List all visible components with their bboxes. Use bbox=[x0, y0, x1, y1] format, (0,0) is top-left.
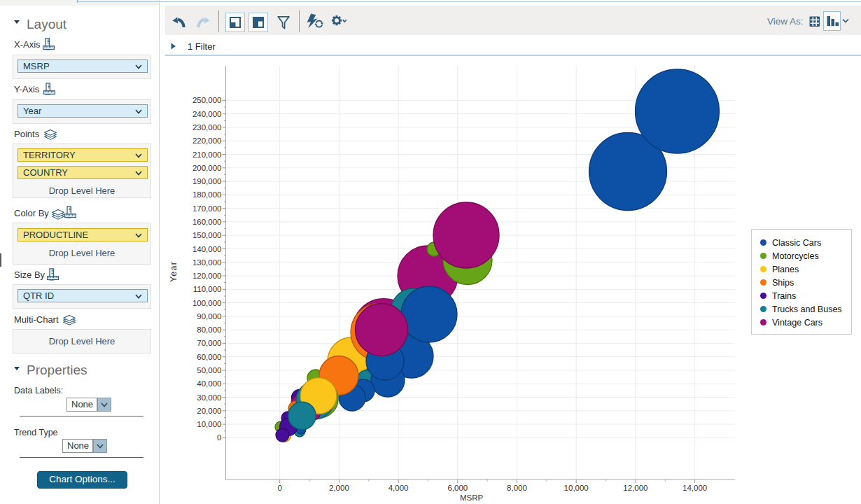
svg-text:210,000: 210,000 bbox=[192, 150, 222, 159]
svg-text:Classic Cars: Classic Cars bbox=[772, 238, 821, 248]
svg-text:8,000: 8,000 bbox=[507, 484, 527, 492]
svg-text:Trains: Trains bbox=[772, 291, 796, 301]
svg-text:90,000: 90,000 bbox=[197, 312, 221, 321]
svg-text:4,000: 4,000 bbox=[388, 484, 409, 492]
svg-text:190,000: 190,000 bbox=[192, 177, 222, 186]
svg-text:6,000: 6,000 bbox=[447, 484, 468, 492]
svg-text:160,000: 160,000 bbox=[192, 218, 222, 226]
svg-text:Trucks and Buses: Trucks and Buses bbox=[772, 304, 842, 314]
svg-text:MSRP: MSRP bbox=[460, 493, 484, 502]
svg-text:Planes: Planes bbox=[772, 265, 799, 274]
svg-text:200,000: 200,000 bbox=[192, 164, 222, 172]
svg-text:170,000: 170,000 bbox=[192, 204, 222, 213]
svg-text:100,000: 100,000 bbox=[192, 299, 222, 307]
svg-text:12,000: 12,000 bbox=[623, 484, 648, 492]
svg-text:Motorcycles: Motorcycles bbox=[772, 251, 819, 261]
svg-text:10,000: 10,000 bbox=[197, 420, 221, 428]
svg-text:60,000: 60,000 bbox=[197, 353, 221, 361]
svg-text:20,000: 20,000 bbox=[197, 407, 221, 415]
svg-text:140,000: 140,000 bbox=[192, 245, 222, 253]
svg-text:0: 0 bbox=[277, 484, 281, 492]
svg-text:Vintage Cars: Vintage Cars bbox=[772, 318, 822, 328]
svg-text:250,000: 250,000 bbox=[192, 96, 222, 104]
svg-text:70,000: 70,000 bbox=[197, 339, 221, 347]
svg-text:110,000: 110,000 bbox=[193, 285, 222, 293]
svg-text:Year: Year bbox=[169, 261, 178, 282]
svg-text:View As:: View As: bbox=[767, 16, 804, 27]
svg-text:130,000: 130,000 bbox=[192, 258, 222, 267]
svg-text:10,000: 10,000 bbox=[564, 484, 589, 492]
svg-text:240,000: 240,000 bbox=[192, 110, 222, 118]
svg-text:150,000: 150,000 bbox=[192, 231, 222, 239]
svg-text:120,000: 120,000 bbox=[192, 272, 222, 280]
svg-text:230,000: 230,000 bbox=[192, 123, 222, 132]
svg-text:180,000: 180,000 bbox=[192, 190, 222, 199]
svg-text:14,000: 14,000 bbox=[682, 484, 707, 492]
svg-text:220,000: 220,000 bbox=[192, 136, 222, 145]
svg-text:80,000: 80,000 bbox=[197, 326, 221, 334]
svg-text:0: 0 bbox=[217, 433, 221, 442]
svg-text:50,000: 50,000 bbox=[197, 366, 221, 374]
svg-text:Ships: Ships bbox=[772, 278, 794, 288]
svg-text:40,000: 40,000 bbox=[197, 379, 221, 388]
svg-text:2,000: 2,000 bbox=[329, 484, 349, 492]
svg-text:30,000: 30,000 bbox=[197, 393, 221, 402]
